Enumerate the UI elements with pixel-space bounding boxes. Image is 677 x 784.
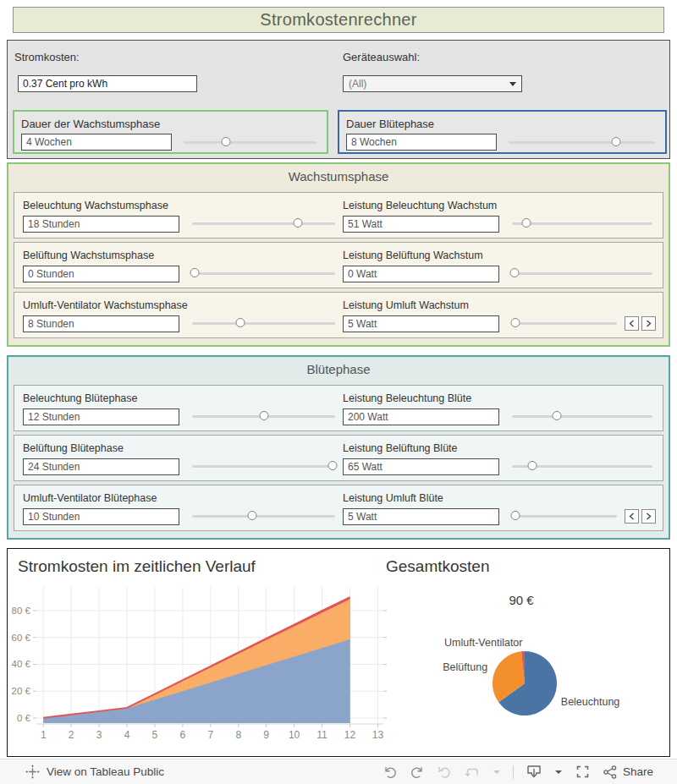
pie-slice-label: Beleuchtung [561, 696, 620, 708]
chevron-down-icon [509, 82, 516, 86]
refresh-options-chevron-icon[interactable] [493, 769, 501, 776]
slider-handle[interactable] [511, 318, 520, 327]
tableau-logo-icon [25, 765, 40, 779]
y-tick-label: 20 € [12, 686, 31, 696]
stromkosten-input[interactable] [18, 75, 197, 92]
charts-panel: 0 €20 €40 €60 €80 €12345678910111213Bele… [7, 548, 670, 757]
parameter-input[interactable] [23, 508, 179, 525]
slider-handle[interactable] [552, 411, 561, 420]
refresh-icon[interactable] [464, 765, 481, 780]
parameter-slider[interactable] [189, 408, 338, 425]
section-title: Blütephase [8, 357, 669, 381]
slider-handle[interactable] [511, 511, 520, 520]
stepper-left-icon[interactable] [625, 316, 639, 331]
parameter-cell: Belüftung Blütephase [23, 436, 340, 480]
slider-handle[interactable] [328, 461, 338, 470]
parameter-label: Leistung Umluft Blüte [343, 492, 443, 504]
parameter-input[interactable] [343, 408, 499, 425]
slider-handle[interactable] [522, 218, 531, 228]
parameter-cell: Leistung Belüftung Wachstum [343, 243, 658, 288]
parameter-slider[interactable] [509, 508, 620, 524]
x-tick-label: 13 [372, 729, 384, 741]
page-title: Stromkostenrechner [13, 7, 664, 33]
parameter-slider[interactable] [189, 266, 338, 282]
share-label: Share [623, 765, 653, 778]
parameter-row: Belüftung WachstumsphaseLeistung Belüftu… [14, 242, 663, 288]
parameter-slider[interactable] [509, 266, 656, 282]
top-controls-panel: Stromkosten: Geräteauswahl: (All) Dauer … [7, 40, 670, 159]
fullscreen-icon[interactable] [575, 764, 591, 780]
parameter-input[interactable] [23, 266, 179, 282]
geraeteauswahl-dropdown[interactable]: (All) [343, 75, 522, 92]
dauer-growth-slider[interactable] [180, 134, 320, 150]
parameter-label: Belüftung Blütephase [23, 442, 124, 454]
parameter-input[interactable] [23, 216, 179, 233]
parameter-slider[interactable] [189, 216, 338, 232]
parameter-input[interactable] [343, 508, 499, 525]
pie-slice-label: Belüftung [443, 661, 487, 673]
dauer-bloom-input[interactable] [346, 134, 497, 151]
x-tick-label: 4 [124, 729, 130, 741]
parameter-slider[interactable] [189, 315, 338, 332]
parameter-cell: Leistung Beleuchtung Blüte [343, 386, 658, 430]
parameter-input[interactable] [23, 458, 179, 475]
stepper-right-icon[interactable] [641, 316, 656, 331]
download-options-chevron-icon[interactable] [554, 769, 563, 776]
share-button[interactable]: Share [603, 765, 653, 780]
y-tick-label: 60 € [12, 633, 31, 643]
parameter-label: Beleuchtung Wachstumsphase [23, 200, 168, 211]
slider-handle[interactable] [510, 268, 520, 277]
x-tick-label: 12 [344, 729, 356, 741]
slider-handle[interactable] [235, 318, 245, 327]
dashboard: Stromkostenrechner Stromkosten: Geräteau… [0, 0, 677, 784]
parameter-cell: Belüftung Wachstumsphase [23, 243, 340, 288]
y-tick-label: 80 € [12, 606, 31, 616]
parameter-cell: Leistung Umluft Blüte [343, 485, 658, 530]
slider-handle[interactable] [259, 411, 268, 420]
dauer-bloom-label: Dauer Blütephase [346, 118, 434, 130]
undo-icon[interactable] [383, 765, 398, 780]
parameter-input[interactable] [343, 216, 499, 233]
slider-handle[interactable] [221, 137, 230, 146]
x-tick-label: 3 [96, 729, 102, 741]
parameter-slider[interactable] [189, 508, 338, 524]
download-icon[interactable] [526, 764, 542, 780]
parameter-label: Leistung Belüftung Blüte [343, 442, 458, 454]
stepper-left-icon[interactable] [625, 509, 639, 524]
parameter-input[interactable] [343, 458, 499, 475]
dauer-bloom-slider[interactable] [505, 134, 658, 150]
parameter-slider[interactable] [189, 458, 338, 474]
slider-handle[interactable] [611, 137, 620, 146]
parameter-slider[interactable] [509, 458, 656, 474]
slider-handle[interactable] [248, 511, 257, 520]
x-tick-label: 10 [289, 729, 300, 741]
slider-handle[interactable] [527, 461, 537, 470]
revert-icon[interactable] [437, 765, 452, 780]
toolbar-divider [513, 765, 514, 779]
total-cost-value: 90 € [479, 593, 564, 607]
parameter-label: Umluft-Ventilator Blütephase [23, 492, 157, 504]
x-tick-label: 2 [69, 729, 74, 741]
dauer-growth-input[interactable] [21, 134, 172, 151]
parameter-input[interactable] [343, 315, 499, 332]
view-on-tableau-public-link[interactable]: View on Tableau Public [25, 765, 164, 779]
slider-handle[interactable] [190, 268, 200, 277]
parameter-input[interactable] [343, 266, 499, 282]
bluetephase-section: Blütephase Beleuchtung BlütephaseLeistun… [7, 355, 670, 540]
parameter-cell: Umluft-Ventilator Blütephase [23, 485, 340, 530]
parameter-row: Umluft-Ventilator BlütephaseLeistung Uml… [14, 485, 663, 531]
stromkosten-label: Stromkosten: [14, 51, 80, 63]
parameter-slider[interactable] [509, 315, 620, 332]
parameter-label: Umluft-Ventilator Wachstumsphase [23, 299, 188, 311]
parameter-slider[interactable] [509, 408, 656, 425]
parameter-input[interactable] [23, 315, 179, 332]
slider-handle[interactable] [294, 218, 303, 228]
parameter-input[interactable] [23, 408, 179, 425]
view-on-tableau-public-label: View on Tableau Public [47, 765, 164, 778]
parameter-row: Umluft-Ventilator WachstumsphaseLeistung… [14, 292, 663, 338]
parameter-slider[interactable] [509, 216, 656, 232]
parameter-cell: Beleuchtung Wachstumsphase [23, 193, 340, 238]
redo-icon[interactable] [410, 765, 425, 780]
stepper-buttons [625, 509, 656, 524]
stepper-right-icon[interactable] [641, 509, 656, 524]
